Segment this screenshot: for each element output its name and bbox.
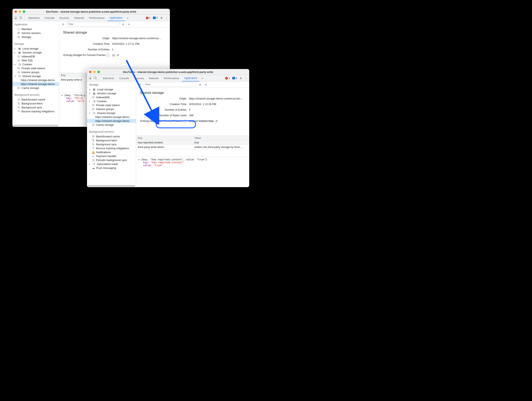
sidebar-section-application: Application [13, 21, 59, 27]
fullscreen-icon[interactable] [97, 71, 100, 73]
more-tabs-icon[interactable]: » [126, 16, 130, 20]
scrollbar[interactable] [13, 125, 58, 127]
inspect-icon[interactable] [88, 76, 92, 80]
reset-icon[interactable]: ↻ [117, 54, 119, 57]
close-icon[interactable] [14, 10, 17, 13]
sidebar-item-cookies[interactable]: ◔Cookies [13, 62, 59, 66]
table-row[interactable]: has-reported-contenttrue [136, 140, 249, 145]
cookie-icon: ◔ [18, 63, 21, 66]
spark-icon: ✦ [92, 162, 96, 165]
sidebar-item-payment-handler[interactable]: ▭Payment handler [87, 154, 136, 158]
message-badge[interactable]: 2 [231, 77, 238, 80]
minimize-icon[interactable] [93, 71, 96, 73]
sidebar-item-session-storage[interactable]: ▦Session storage [87, 91, 136, 95]
sidebar-item-private-state-tokens[interactable]: ⛁Private state tokens [13, 66, 59, 70]
preview-pane: ▾ {key: "has-reported-content", value: "… [136, 157, 249, 168]
close-icon[interactable]: ✕ [127, 22, 131, 26]
sidebar-item-private-state-tokens[interactable]: ⛁Private state tokens [87, 103, 136, 107]
sidebar-item-session-storage[interactable]: ▦Session storage [13, 51, 59, 55]
sidebar-item-local-storage[interactable]: ▦Local storage [87, 88, 136, 91]
sidebar-item-shared-origin-2[interactable]: https://shared-storage-demo- [87, 119, 136, 123]
info-icon[interactable]: i [106, 54, 110, 57]
close-icon[interactable]: ✕ [204, 83, 208, 87]
panel-toolbar: ⟳ ⊘ ✕ [136, 82, 249, 88]
sidebar-item-notifications[interactable]: 🔔Notifications [87, 150, 136, 154]
tab-sources[interactable]: Sources [57, 15, 71, 21]
fullscreen-icon[interactable] [23, 10, 25, 13]
kebab-icon[interactable]: ⋮ [244, 76, 248, 80]
refresh-icon[interactable]: ⟳ [138, 83, 142, 87]
sidebar-item-shared-origin-1[interactable]: https://shared-storage-demo- [13, 78, 59, 82]
sidebar-item-bounce-tracking[interactable]: ↷Bounce tracking mitigations [13, 109, 59, 113]
database-icon: ⛁ [17, 98, 20, 101]
sidebar-item-cache-storage[interactable]: ⛁Cache storage [87, 123, 136, 127]
filter-input[interactable] [67, 22, 119, 26]
sidebar-item-bg-sync[interactable]: ↻Background sync [13, 106, 59, 109]
gear-icon[interactable]: ⚙ [239, 76, 243, 80]
tab-performance[interactable]: Performance [162, 75, 181, 81]
info-icon[interactable]: i [183, 120, 186, 123]
window-titlebar: DevTools - shared-storage-demo-publisher… [87, 69, 249, 75]
database-icon: ⛁ [17, 35, 20, 38]
sidebar-item-manifest[interactable]: ▢Manifest [13, 27, 59, 31]
minimize-icon[interactable] [19, 10, 21, 13]
device-icon[interactable] [93, 76, 97, 80]
close-icon[interactable] [89, 71, 92, 73]
sidebar-item-service-workers[interactable]: ⚙Service workers [13, 31, 59, 35]
sidebar-section-storage: Storage [13, 41, 59, 47]
error-badge[interactable]: ×1 [145, 16, 152, 19]
sidebar-item-periodic-bg-sync[interactable]: ◷Periodic background sync [87, 158, 136, 162]
sidebar-item-shared-origin-1[interactable]: https://shared-storage-demo- [87, 115, 136, 119]
clear-icon[interactable]: ⊘ [121, 22, 125, 26]
scrollbar[interactable] [88, 185, 135, 187]
kebab-icon[interactable]: ⋮ [165, 16, 169, 20]
sidebar-item-push-messaging[interactable]: ☁Push messaging [87, 166, 136, 170]
sidebar-item-bg-fetch[interactable]: ⇅Background fetch [13, 102, 59, 106]
sidebar-item-indexeddb[interactable]: ⛁IndexedDB [87, 95, 136, 99]
sidebar-item-bf-cache[interactable]: ⛁Back/forward cache [13, 98, 59, 102]
sidebar-item-bg-fetch[interactable]: ⇅Background fetch [87, 138, 136, 142]
sidebar-item-shared-storage[interactable]: ⛁Shared storage [13, 74, 59, 78]
sidebar-item-cookies[interactable]: ◔Cookies [87, 99, 136, 103]
tab-elements[interactable]: Elements [101, 75, 116, 81]
sidebar-item-interest-groups[interactable]: ⛁Interest groups [13, 70, 59, 74]
device-icon[interactable] [19, 16, 23, 20]
sidebar-item-cache-storage[interactable]: ⛁Cache storage [13, 86, 59, 90]
gear-icon[interactable]: ⚙ [159, 16, 164, 20]
tab-network[interactable]: Network [147, 75, 161, 81]
sidebar-item-speculative-loads[interactable]: ✦Speculative loads [87, 162, 136, 166]
tab-performance[interactable]: Performance [87, 15, 107, 21]
sidebar-item-bg-sync[interactable]: ↻Background sync [87, 142, 136, 146]
tab-application[interactable]: Application [108, 14, 125, 21]
more-tabs-icon[interactable]: » [200, 76, 204, 80]
database-icon: ⛁ [92, 111, 96, 115]
separator [99, 76, 99, 80]
reset-icon[interactable]: ↻ [215, 120, 217, 123]
tab-sources[interactable]: Sources [132, 75, 146, 81]
message-badge[interactable]: 2 [152, 16, 159, 19]
table-row[interactable]: third-party-write-demowritten into third… [136, 145, 249, 149]
clear-icon[interactable]: ⊘ [198, 83, 202, 87]
tab-console[interactable]: Console [43, 15, 57, 21]
sidebar-item-indexeddb[interactable]: ⛁IndexedDB [13, 55, 59, 58]
col-value[interactable]: Value [193, 135, 249, 140]
col-key[interactable]: Key [136, 135, 193, 140]
sidebar-item-bf-cache[interactable]: ⛁Back/forward cache [87, 134, 136, 138]
tab-application[interactable]: Application [182, 75, 200, 82]
tab-elements[interactable]: Elements [26, 15, 42, 21]
sidebar-item-web-sql[interactable]: ⛁Web SQL [13, 58, 59, 62]
sidebar-item-interest-groups[interactable]: ⛁Interest groups [87, 107, 136, 111]
sidebar-item-local-storage[interactable]: ▦Local storage [13, 47, 59, 51]
sidebar-item-shared-origin-2[interactable]: https://shared-storage-demo- [13, 82, 59, 86]
fetch-icon: ⇅ [17, 102, 20, 105]
sidebar-item-shared-storage[interactable]: ⛁Shared storage [87, 111, 136, 115]
error-badge[interactable]: ×1 [224, 77, 231, 80]
refresh-icon[interactable]: ⟳ [61, 22, 65, 26]
inspect-icon[interactable] [14, 16, 18, 20]
sidebar-item-storage[interactable]: ⛁Storage [13, 35, 59, 39]
tab-console[interactable]: Console [117, 75, 131, 81]
bounce-icon: ↷ [17, 110, 20, 113]
tab-network[interactable]: Network [72, 15, 86, 21]
sidebar-item-bounce-tracking[interactable]: ↷Bounce tracking mitigations [87, 146, 136, 150]
filter-input[interactable] [144, 82, 196, 87]
